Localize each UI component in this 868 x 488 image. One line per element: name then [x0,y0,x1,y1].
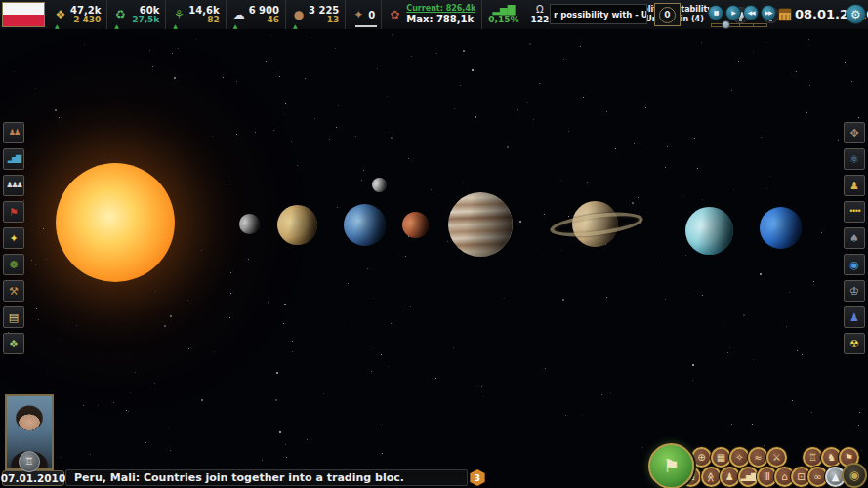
resource-subvalue: 82 [207,16,220,25]
action-icon: ♞ [827,453,836,463]
news-ticker-text: Peru, Mali: Countries join together into… [74,471,404,484]
budget-current: Current: 826,4k [406,4,475,14]
compass-icon: ✦ [351,9,365,20]
menu-icon: ▤ [9,312,19,323]
time-control-play[interactable]: ▶ [725,5,741,20]
resource-subvalue: 46 [267,16,279,25]
trend-up-icon: ▲ [233,22,238,29]
action-icon: ≈ [754,453,762,463]
moon [372,178,387,192]
right-menu-economy-advisor[interactable]: ♟ [844,306,865,328]
right-menu-espionage[interactable]: ♠ [844,227,865,249]
resource-value: 3 225 [309,5,339,16]
menu-icon: ⚒ [9,286,19,297]
trend-up-icon: ▲ [55,22,60,29]
action-statistics[interactable]: ▂▅▇ [738,467,759,487]
world-overview-button[interactable]: ◉ [842,463,867,488]
action-icon: ▦ [717,453,725,463]
primary-action-button[interactable]: ⚑ [648,443,694,488]
event-counter-button[interactable]: 0 [654,3,681,26]
resource-icon: ♻ [113,9,127,20]
planet-neptune [760,207,802,249]
time-control-rewind[interactable]: ◀◀ [743,5,759,20]
action-personnel[interactable]: ♟ [720,467,740,487]
flag-white-stripe [3,3,44,15]
menu-icon: ✥ [849,128,858,139]
event-ticker[interactable]: r possibility with - Ukraine [550,4,647,24]
menu-icon: ⚑ [9,207,19,218]
right-menu-more-options[interactable]: •••• [844,201,865,223]
menu-icon: ♔ [849,286,859,297]
menu-icon: •••• [849,208,860,216]
left-menu-achievements-laurel[interactable]: ❁ [3,254,24,275]
action-icon: ⚑ [845,453,853,463]
resource-subvalue: 27,5k [132,16,159,25]
resource-value: 6 900 [249,5,279,16]
resource-value: 47,2k [70,5,101,16]
planet-earth [344,204,386,246]
game-speed-knob[interactable] [722,20,730,29]
action-infrastructure[interactable]: ≈ [748,447,768,468]
resource-icon: ● [292,9,306,20]
action-technology[interactable]: ▦ [711,447,731,468]
time-control-fast-forward[interactable]: ▶▶ [761,5,776,20]
planet-venus [277,205,317,245]
left-menu-research-ideas[interactable]: ✦ [3,227,24,249]
left-menu-finance[interactable]: ❖ [3,333,24,354]
action-communications[interactable]: ⊕ [691,447,712,468]
right-menu-trade[interactable]: ♟ [844,175,865,196]
left-menu-economy-stats[interactable]: ▂▅▇ [3,148,24,170]
left-menu-industry[interactable]: ⚒ [3,280,24,302]
time-control-icon: ◀◀ [747,10,754,16]
resource-subvalue: 13 [327,16,340,25]
left-menu-politics-protest[interactable]: ⚑ [3,201,24,223]
resource-recycling: ♻ 60k 27,5k ▲ [107,0,166,29]
action-military[interactable]: ⚔ [766,447,787,468]
growth-group: ▂▅▇ 0,15% [482,0,524,29]
game-speed-slider[interactable] [711,23,767,27]
action-military-ranks[interactable]: ≫ [701,467,722,487]
right-menu-diplomacy-meeting[interactable]: ✥ [844,122,865,143]
action-icon: ✧ [735,453,743,463]
menu-icon: ❖ [9,339,19,349]
right-menu-relations-network[interactable]: ⚛ [844,148,865,170]
globe-eye-icon: ◉ [849,469,859,481]
compass-value: 0 [368,10,375,20]
time-control-icon: ▶▶ [765,10,771,16]
planet-uranus [685,207,733,255]
right-menu-military-nuclear[interactable]: ☢ [844,333,865,354]
menu-icon: ✦ [9,233,18,244]
resource-icon: ☁ [232,9,246,20]
compass-underline [355,25,377,27]
right-menu-government-officials[interactable]: ♔ [844,280,865,302]
bank-building-icon: ♖ [25,457,34,467]
trend-up-icon: ▲ [173,22,178,29]
action-icon: ⌂ [781,472,787,482]
action-assembly[interactable]: ♖ [803,447,823,468]
menu-icon: ▂▅▇ [8,155,20,163]
government-badge[interactable]: ♖ [19,451,40,472]
resource-raw-materials: ● 3 225 13 ▲ [286,0,346,29]
left-menu-population[interactable]: ♟♟♟ [3,175,24,196]
resource-compass: ✦ 0 [346,0,382,29]
left-menu-demographics[interactable]: ♟♟ [3,122,24,143]
country-flag-poland[interactable] [2,2,45,27]
sun [56,163,175,282]
time-control-pause[interactable]: ▮▮ [708,5,723,20]
settings-button[interactable]: ⚙ [846,4,866,24]
right-menu-world-map[interactable]: ◉ [844,254,865,275]
resource-icon: ⚘ [172,9,186,20]
action-icon: ⊕ [697,453,705,463]
menu-icon: ❁ [9,260,18,270]
planet-mars [402,212,429,238]
growth-value: 0,15% [488,16,518,25]
action-space-program[interactable]: ✧ [729,447,750,468]
planet-jupiter [448,192,513,257]
left-menu-laws-scroll[interactable]: ▤ [3,306,24,328]
news-date-label: 07.01.2010 [2,470,64,486]
menu-icon: ♟♟ [9,129,19,137]
audience-icon: Ω [536,5,544,15]
menu-icon: ♟ [849,312,859,323]
news-ticker-bar[interactable]: Peru, Mali: Countries join together into… [65,469,468,486]
menu-icon: ♟♟♟ [6,182,21,189]
